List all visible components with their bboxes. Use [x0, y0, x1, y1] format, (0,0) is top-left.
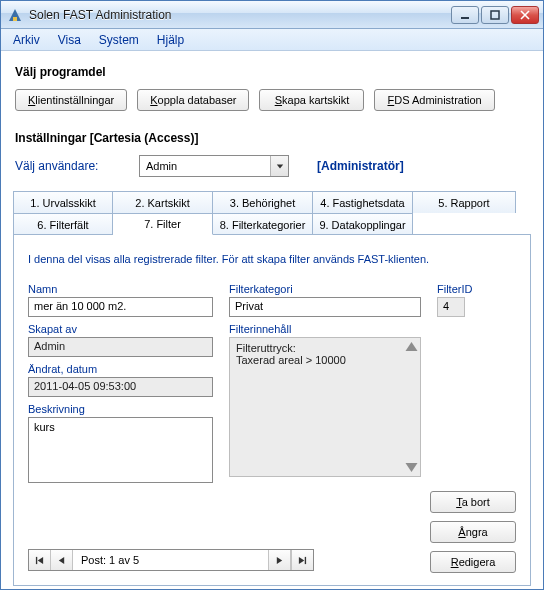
- nav-status: Post: 1 av 5: [73, 550, 269, 570]
- modified-value: 2011-04-05 09:53:00: [28, 377, 213, 397]
- svg-marker-12: [277, 556, 282, 563]
- svg-rect-14: [305, 556, 306, 563]
- svg-rect-1: [13, 17, 17, 21]
- scroll-down-icon[interactable]: [404, 460, 419, 475]
- undo-button[interactable]: ÅngraÅngra: [430, 521, 516, 543]
- klientinstallningar-button[interactable]: KKlientinställningarlientinställningar: [15, 89, 127, 111]
- nav-first-button[interactable]: [29, 550, 51, 570]
- section-title-programdel: Välj programdel: [15, 65, 531, 79]
- createdby-label: Skapat av: [28, 323, 213, 335]
- form-col-mid: Filterkategori Privat Filterinnehåll Fil…: [229, 283, 421, 489]
- app-window: Solen FAST Administration Arkiv Visa Sys…: [0, 0, 544, 590]
- content-line1: Filteruttryck:: [236, 342, 414, 354]
- minimize-button[interactable]: [451, 6, 479, 24]
- user-select[interactable]: Admin: [139, 155, 289, 177]
- tab-panel-filter: I denna del visas alla registrerade filt…: [13, 234, 531, 586]
- edit-button[interactable]: RedigeraRedigera: [430, 551, 516, 573]
- tab-filterkategorier[interactable]: 8. Filterkategorier: [213, 213, 313, 235]
- koppla-databaser-button[interactable]: Koppla databaserKoppla databaser: [137, 89, 249, 111]
- delete-button[interactable]: Ta bortTa bort: [430, 491, 516, 513]
- nav-next-button[interactable]: [269, 550, 291, 570]
- nav-prev-button[interactable]: [51, 550, 73, 570]
- user-label: Välj användare:: [15, 159, 111, 173]
- category-label: Filterkategori: [229, 283, 421, 295]
- desc-input[interactable]: kurs: [28, 417, 213, 483]
- tab-rapport[interactable]: 5. Rapport: [413, 191, 516, 213]
- form-col-right: FilterID 4: [437, 283, 516, 489]
- client-area: Välj programdel KKlientinställningarlien…: [1, 51, 543, 589]
- record-navigator: Post: 1 av 5: [28, 549, 314, 571]
- svg-marker-10: [38, 556, 43, 563]
- menu-hjalp[interactable]: Hjälp: [149, 31, 192, 49]
- chevron-down-icon: [270, 156, 288, 176]
- tab-kartskikt[interactable]: 2. Kartskikt: [113, 191, 213, 213]
- svg-marker-7: [406, 342, 418, 351]
- menu-arkiv[interactable]: Arkiv: [5, 31, 48, 49]
- tab-filter[interactable]: 7. Filter: [113, 213, 213, 235]
- maximize-button[interactable]: [481, 6, 509, 24]
- tab-urvalsskikt[interactable]: 1. Urvalsskikt: [13, 191, 113, 213]
- program-buttons: KKlientinställningarlientinställningar K…: [15, 89, 531, 111]
- name-input[interactable]: mer än 10 000 m2.: [28, 297, 213, 317]
- filter-hint: I denna del visas alla registrerade filt…: [28, 253, 516, 265]
- window-title: Solen FAST Administration: [29, 8, 451, 22]
- svg-marker-11: [59, 556, 64, 563]
- app-icon: [7, 7, 23, 23]
- tab-behorighet[interactable]: 3. Behörighet: [213, 191, 313, 213]
- skapa-kartskikt-button[interactable]: Skapa kartskiktSkapa kartskikt: [259, 89, 364, 111]
- close-button[interactable]: [511, 6, 539, 24]
- window-buttons: [451, 6, 543, 24]
- svg-rect-9: [36, 556, 37, 563]
- createdby-value: Admin: [28, 337, 213, 357]
- svg-marker-6: [276, 164, 282, 168]
- tab-datakopplingar[interactable]: 9. Datakopplingar: [313, 213, 413, 235]
- menu-system[interactable]: System: [91, 31, 147, 49]
- content-line2: Taxerad areal > 10000: [236, 354, 414, 366]
- tab-spacer: [413, 213, 516, 235]
- title-bar: Solen FAST Administration: [1, 1, 543, 29]
- scroll-up-icon[interactable]: [404, 339, 419, 354]
- filter-form: Namn mer än 10 000 m2. Skapat av Admin Ä…: [28, 283, 516, 489]
- svg-rect-2: [461, 17, 469, 19]
- content-box: Filteruttryck: Taxerad areal > 10000: [229, 337, 421, 477]
- settings-heading: Inställningar [Cartesia (Access)]: [15, 131, 531, 145]
- tab-fastighetsdata[interactable]: 4. Fastighetsdata: [313, 191, 413, 213]
- modified-label: Ändrat, datum: [28, 363, 213, 375]
- fds-admin-button[interactable]: FDS AdministrationFDS Administration: [374, 89, 494, 111]
- filterid-value: 4: [437, 297, 465, 317]
- tab-filterfalt[interactable]: 6. Filterfält: [13, 213, 113, 235]
- action-buttons: Ta bortTa bort ÅngraÅngra RedigeraRedige…: [430, 491, 516, 573]
- user-select-value: Admin: [146, 160, 177, 172]
- user-row: Välj användare: Admin [Administratör]: [15, 155, 531, 177]
- category-input[interactable]: Privat: [229, 297, 421, 317]
- svg-marker-13: [299, 556, 304, 563]
- content-label: Filterinnehåll: [229, 323, 421, 335]
- nav-last-button[interactable]: [291, 550, 313, 570]
- menu-visa[interactable]: Visa: [50, 31, 89, 49]
- name-label: Namn: [28, 283, 213, 295]
- desc-label: Beskrivning: [28, 403, 213, 415]
- filterid-label: FilterID: [437, 283, 516, 295]
- svg-marker-8: [406, 463, 418, 472]
- role-label: [Administratör]: [317, 159, 404, 173]
- form-col-left: Namn mer än 10 000 m2. Skapat av Admin Ä…: [28, 283, 213, 489]
- menu-bar: Arkiv Visa System Hjälp: [1, 29, 543, 51]
- svg-rect-3: [491, 11, 499, 19]
- tab-strip: 1. Urvalsskikt 2. Kartskikt 3. Behörighe…: [13, 191, 531, 235]
